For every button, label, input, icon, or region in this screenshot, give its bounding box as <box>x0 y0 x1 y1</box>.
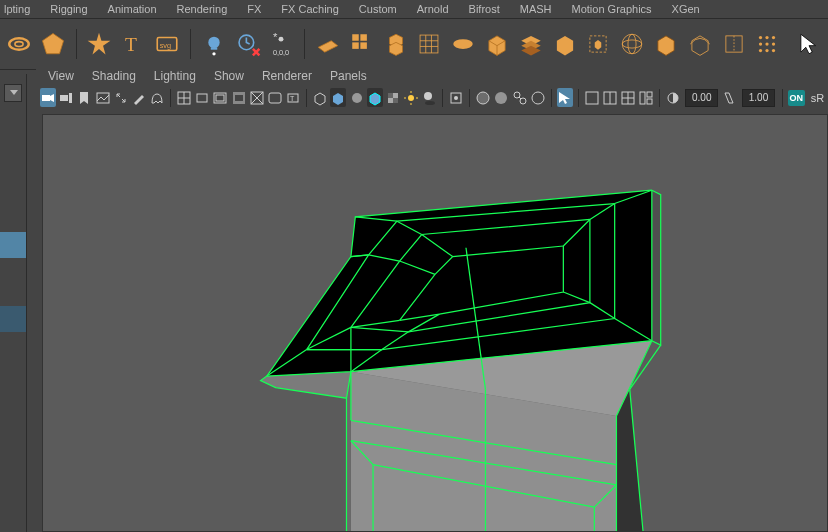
resolution-gate-icon[interactable] <box>212 88 228 107</box>
type-tool-icon[interactable]: T <box>118 29 148 59</box>
camera-attributes-icon[interactable] <box>58 88 74 107</box>
shelf-tab-animation[interactable]: Animation <box>108 3 157 15</box>
svg-marker-3 <box>88 33 111 55</box>
shelf-tab-fx[interactable]: FX <box>247 3 261 15</box>
wire-on-shaded-icon[interactable] <box>367 88 383 107</box>
svg-rect-59 <box>69 93 72 103</box>
gamma-value[interactable]: 1.00 <box>742 89 775 107</box>
sidebar-item[interactable] <box>0 306 26 332</box>
shelf-tab-xgen[interactable]: XGen <box>672 3 700 15</box>
panel-menu-shading[interactable]: Shading <box>92 69 136 83</box>
select-camera-icon[interactable] <box>40 88 56 107</box>
exposure-icon[interactable] <box>665 88 681 107</box>
shelf-tab-rendering[interactable]: Rendering <box>177 3 228 15</box>
use-all-lights-icon[interactable] <box>403 88 419 107</box>
orange-cube-icon[interactable] <box>651 29 681 59</box>
svg-marker-98 <box>559 92 570 104</box>
sidebar-item-selected[interactable] <box>0 232 26 258</box>
safe-title-icon[interactable]: T <box>285 88 301 107</box>
platonic-icon[interactable] <box>38 29 68 59</box>
2d-pan-zoom-icon[interactable] <box>113 88 129 107</box>
shelf-tab-mash[interactable]: MASH <box>520 3 552 15</box>
disc-icon[interactable] <box>448 29 478 59</box>
panel-menu-show[interactable]: Show <box>214 69 244 83</box>
use-default-material-icon[interactable] <box>348 88 364 107</box>
svg-point-88 <box>425 101 435 105</box>
grid-icon[interactable] <box>415 29 445 59</box>
svg-line-96 <box>519 97 521 99</box>
shelf-tab-mograph[interactable]: Motion Graphics <box>572 3 652 15</box>
svg-point-28 <box>454 39 474 49</box>
grid-toggle-icon[interactable] <box>176 88 192 107</box>
smooth-shade-icon[interactable] <box>330 88 346 107</box>
bounding-box-icon[interactable] <box>584 29 614 59</box>
svg-marker-2 <box>42 33 63 53</box>
two-view-icon[interactable] <box>602 88 618 107</box>
viewport[interactable] <box>42 114 828 532</box>
svg-rect-107 <box>647 99 652 104</box>
field-chart-icon[interactable] <box>249 88 265 107</box>
layers-icon[interactable] <box>516 29 546 59</box>
shelf-tab-rigging[interactable]: Rigging <box>50 3 87 15</box>
gate-mask-icon[interactable] <box>231 88 247 107</box>
svg-rect-105 <box>640 92 645 104</box>
gamma-icon[interactable] <box>722 88 738 107</box>
torus-icon[interactable] <box>4 29 34 59</box>
wireframe-icon[interactable] <box>312 88 328 107</box>
isolate-select-icon[interactable] <box>448 88 464 107</box>
wire-sphere-icon[interactable] <box>617 29 647 59</box>
scan-icon[interactable] <box>719 29 749 59</box>
four-view-icon[interactable] <box>620 88 636 107</box>
panel-menu-panels[interactable]: Panels <box>330 69 367 83</box>
single-view-icon[interactable] <box>584 88 600 107</box>
dotted-grid-icon[interactable] <box>752 29 782 59</box>
plane-icon[interactable] <box>313 29 343 59</box>
bookmarks-icon[interactable] <box>76 88 92 107</box>
svg-marker-22 <box>389 42 402 55</box>
selection-highlight-icon[interactable] <box>557 88 573 107</box>
svg-rect-58 <box>60 95 68 101</box>
svg-rect-106 <box>647 92 652 97</box>
solid-cube-icon[interactable] <box>550 29 580 59</box>
xray-icon[interactable] <box>475 88 491 107</box>
sidebar-dropdown[interactable] <box>4 84 22 102</box>
color-management-toggle[interactable]: ON <box>788 90 805 106</box>
shelf-tab-sculpting[interactable]: lpting <box>4 3 30 15</box>
safe-action-icon[interactable] <box>267 88 283 107</box>
shelf-tab-bifrost[interactable]: Bifrost <box>469 3 500 15</box>
svg-text:0,0,0: 0,0,0 <box>273 48 289 57</box>
shelf-tab-fxcaching[interactable]: FX Caching <box>281 3 338 15</box>
svg-tool-icon[interactable]: svg <box>152 29 182 59</box>
svg-marker-38 <box>595 40 602 50</box>
shelf-tab-custom[interactable]: Custom <box>359 3 397 15</box>
grease-pencil-icon[interactable] <box>131 88 147 107</box>
panel-menu-view[interactable]: View <box>48 69 74 83</box>
image-plane-icon[interactable] <box>95 88 111 107</box>
cursor-icon[interactable] <box>794 29 824 59</box>
cube-icon[interactable] <box>482 29 512 59</box>
xray-joints-icon[interactable] <box>512 88 528 107</box>
svg-rect-60 <box>97 93 109 103</box>
ghosting-icon[interactable] <box>149 88 165 107</box>
timer-cancel-icon[interactable] <box>233 29 263 59</box>
textured-icon[interactable] <box>385 88 401 107</box>
xray-mesh-icon[interactable] <box>530 88 546 107</box>
exposure-value[interactable]: 0.00 <box>685 89 718 107</box>
cube-stack-icon[interactable] <box>381 29 411 59</box>
shelf-tab-arnold[interactable]: Arnold <box>417 3 449 15</box>
layout-icon[interactable] <box>638 88 654 107</box>
wrap-cube-icon[interactable] <box>685 29 715 59</box>
svg-point-51 <box>772 42 775 45</box>
film-gate-icon[interactable] <box>194 88 210 107</box>
shelf: T svg *0,0,0 <box>0 19 828 70</box>
view-transform-label[interactable]: sR <box>811 92 824 104</box>
panel-menu-lighting[interactable]: Lighting <box>154 69 196 83</box>
cube-array-icon[interactable] <box>347 29 377 59</box>
xray-active-icon[interactable] <box>493 88 509 107</box>
panel-menu-renderer[interactable]: Renderer <box>262 69 312 83</box>
star-icon[interactable] <box>85 29 115 59</box>
svg-rect-17 <box>352 34 359 41</box>
construction-plane-icon[interactable] <box>199 29 229 59</box>
snap-to-origin-icon[interactable]: *0,0,0 <box>266 29 296 59</box>
shadows-icon[interactable] <box>421 88 437 107</box>
